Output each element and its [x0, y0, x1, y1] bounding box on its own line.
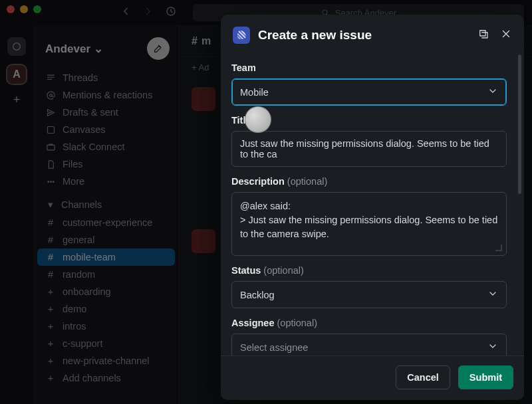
scrollbar[interactable] [518, 54, 521, 194]
assignee-label: Assignee (optional) [231, 318, 507, 328]
expand-icon[interactable] [477, 28, 489, 43]
linear-app-icon [233, 27, 250, 44]
app-root: Search Andever A + Andever ⌄ ThreadsMent… [0, 0, 532, 404]
status-select[interactable]: Backlog [231, 281, 507, 308]
cursor-indicator [245, 106, 271, 133]
title-label: Title [231, 115, 507, 126]
assignee-placeholder: Select assignee [240, 342, 308, 353]
team-label: Team [231, 62, 507, 73]
modal-scroll[interactable]: Team Mobile Title Just saw the missing p… [221, 49, 517, 355]
status-value: Backlog [240, 290, 275, 300]
submit-button[interactable]: Submit [458, 365, 513, 389]
modal-body: Team Mobile Title Just saw the missing p… [221, 49, 524, 355]
svg-rect-9 [480, 31, 485, 36]
team-select[interactable]: Mobile [231, 78, 507, 106]
cancel-button[interactable]: Cancel [396, 365, 450, 389]
chevron-down-icon [487, 86, 498, 98]
title-input[interactable]: Just saw the missing permissions dialog.… [231, 131, 507, 167]
team-value: Mobile [240, 87, 269, 98]
close-icon[interactable] [500, 28, 512, 43]
status-label: Status (optional) [231, 265, 507, 276]
assignee-select[interactable]: Select assignee [231, 334, 507, 355]
create-issue-modal: Create a new issue Team Mobile Title Jus… [221, 15, 524, 400]
modal-title: Create a new issue [258, 28, 469, 43]
description-input[interactable]: @alex said: > Just saw the missing permi… [231, 192, 507, 256]
description-label: Description (optional) [231, 176, 507, 187]
resize-handle-icon[interactable] [495, 245, 502, 251]
description-value: @alex said: > Just saw the missing permi… [240, 201, 500, 239]
modal-header: Create a new issue [221, 15, 524, 49]
modal-footer: Cancel Submit [221, 355, 524, 400]
chevron-down-icon [487, 341, 498, 354]
chevron-down-icon [487, 288, 498, 301]
title-value: Just saw the missing permissions dialog.… [240, 138, 489, 159]
